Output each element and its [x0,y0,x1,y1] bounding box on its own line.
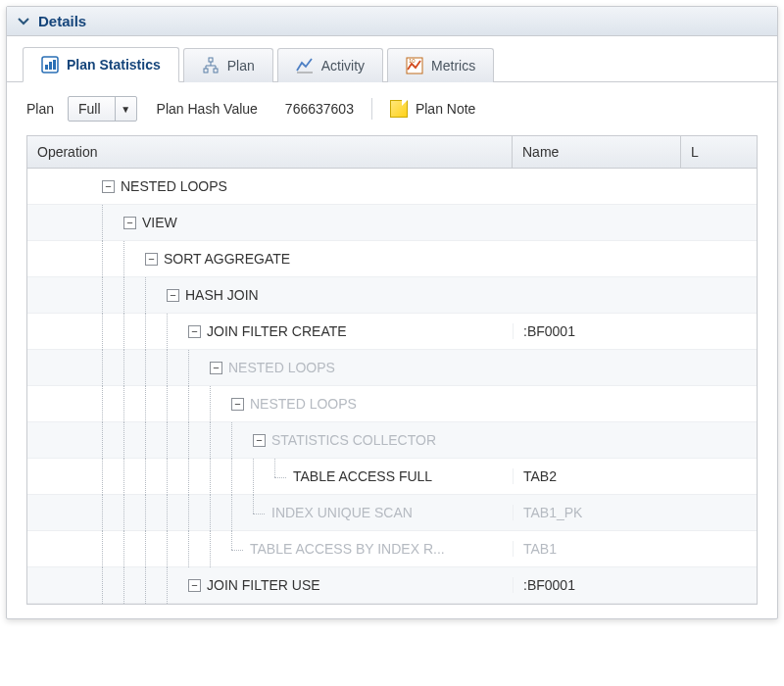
tree-indent [102,386,123,422]
col-operation[interactable]: Operation [27,136,513,168]
tab-metrics[interactable]: 10 Metrics [387,48,494,82]
tree-indent [80,386,102,422]
tree-indent [253,459,274,495]
cell-operation: −NESTED LOOPS [27,386,513,422]
tree-indent [188,350,210,386]
table-row[interactable]: −NESTED LOOPS [27,169,757,205]
plan-note-button[interactable]: Plan Note [390,100,475,118]
tab-plan[interactable]: Plan [183,48,273,82]
table-row[interactable]: −HASH JOIN [27,277,757,314]
tree-indent [102,567,123,604]
tree-indent [167,350,188,386]
operation-text: INDEX UNIQUE SCAN [271,505,413,520]
tree-collapse-icon[interactable]: − [145,253,158,266]
cell-operation: −NESTED LOOPS [27,350,513,386]
table-row[interactable]: −NESTED LOOPS [27,350,757,386]
cell-operation: −JOIN FILTER CREATE [27,314,513,350]
cell-name: TAB1_PK [513,505,681,520]
plan-select-value: Full [69,101,115,117]
plan-label: Plan [26,101,54,117]
tree-indent [210,422,231,459]
tree-indent [102,495,123,531]
table-row[interactable]: −STATISTICS COLLECTOR [27,422,757,459]
tree-indent [167,314,188,350]
svg-rect-4 [209,58,213,62]
tree-indent [80,241,102,277]
tree-indent [37,241,59,277]
cell-operation: TABLE ACCESS FULL [27,459,513,495]
tree-collapse-icon[interactable]: − [231,398,244,411]
tree-indent [80,567,102,604]
tree-indent [80,169,102,205]
cell-name: TAB1 [513,541,681,557]
operation-text: JOIN FILTER USE [207,577,320,593]
table-row[interactable]: −VIEW [27,205,757,241]
tree-indent [210,386,231,422]
tree-indent [80,459,102,495]
table-row[interactable]: −SORT AGGREGATE [27,241,757,277]
cell-operation: −VIEW [27,205,513,241]
tree-indent [167,567,188,604]
table-row[interactable]: TABLE ACCESS BY INDEX R...TAB1 [27,531,757,567]
tree-collapse-icon[interactable]: − [102,180,115,193]
cell-operation: TABLE ACCESS BY INDEX R... [27,531,513,567]
tree-indent [59,169,80,205]
plan-tree-icon [202,57,220,74]
tree-indent [59,241,80,277]
tree-collapse-icon[interactable]: − [210,362,222,374]
tree-indent [145,386,167,422]
plan-select[interactable]: Full ▼ [68,96,137,122]
tree-indent [59,531,80,567]
tree-indent [210,459,231,495]
toolbar: Plan Full ▼ Plan Hash Value 766637603 Pl… [7,82,777,135]
tree-indent [37,277,59,314]
tab-label: Metrics [431,58,475,74]
tree-indent [102,277,123,314]
tree-indent [37,495,59,531]
col-third[interactable]: L [681,136,757,168]
operation-text: STATISTICS COLLECTOR [271,432,436,448]
tree-indent [59,205,80,241]
tree-indent [123,531,145,567]
tree-indent [123,495,145,531]
table-row[interactable]: INDEX UNIQUE SCANTAB1_PK [27,495,757,531]
chevron-down-icon: ▼ [115,97,136,121]
tree-indent [123,422,145,459]
tree-collapse-icon[interactable]: − [188,579,201,592]
tree-indent [123,459,145,495]
operation-text: NESTED LOOPS [228,360,335,375]
svg-rect-3 [53,60,56,70]
table-row[interactable]: −JOIN FILTER USE:BF0001 [27,567,757,604]
tree-indent [231,459,253,495]
tree-collapse-icon[interactable]: − [188,325,201,338]
tree-indent [188,422,210,459]
grid-header: Operation Name L [27,136,757,169]
table-row[interactable]: −NESTED LOOPS [27,386,757,422]
collapse-icon[interactable] [17,15,30,28]
tree-indent [59,495,80,531]
tab-plan-statistics[interactable]: Plan Statistics [23,47,179,82]
note-icon [390,100,408,118]
operation-text: HASH JOIN [185,287,259,303]
cell-operation: −SORT AGGREGATE [27,241,513,277]
tree-indent [167,531,188,567]
tree-indent [167,459,188,495]
col-name[interactable]: Name [513,136,681,168]
tree-collapse-icon[interactable]: − [167,289,179,302]
tree-leaf-icon [274,470,287,483]
table-row[interactable]: −JOIN FILTER CREATE:BF0001 [27,314,757,350]
operation-text: TABLE ACCESS BY INDEX R... [250,541,445,557]
panel-header: Details [7,7,777,36]
cell-operation: −STATISTICS COLLECTOR [27,422,513,459]
tree-indent [80,495,102,531]
table-row[interactable]: TABLE ACCESS FULLTAB2 [27,459,757,495]
tree-indent [59,277,80,314]
tree-indent [37,205,59,241]
tree-indent [145,567,167,604]
tree-collapse-icon[interactable]: − [253,434,266,447]
tree-collapse-icon[interactable]: − [123,217,136,229]
tree-indent [123,241,145,277]
operation-text: SORT AGGREGATE [164,251,290,267]
tab-activity[interactable]: Activity [277,48,383,82]
plan-hash-value: 766637603 [285,101,354,117]
